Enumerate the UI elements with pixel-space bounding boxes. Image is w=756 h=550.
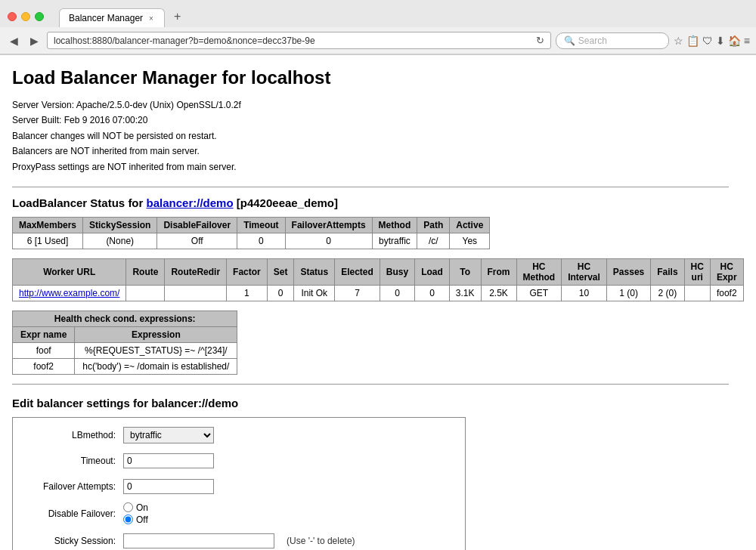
cell-maxmembers: 6 [1 Used] bbox=[13, 233, 83, 249]
failover-input[interactable] bbox=[123, 479, 214, 494]
col-disablefailover: DisableFailover bbox=[157, 217, 237, 233]
disable-failover-radio-group: On Off bbox=[123, 502, 148, 525]
hc-col-expr: Expression bbox=[75, 326, 237, 342]
failover-control bbox=[123, 479, 453, 494]
wd-to: 3.1K bbox=[449, 285, 481, 301]
form-row-disable-failover: Disable Failover: On Off bbox=[25, 502, 453, 525]
download-icon[interactable]: ⬇ bbox=[716, 35, 725, 47]
menu-icon[interactable]: ≡ bbox=[744, 35, 750, 47]
disable-failover-on-row: On bbox=[123, 502, 148, 513]
new-tab-button[interactable]: + bbox=[168, 6, 187, 27]
balancer-heading-prefix: LoadBalancer Status for bbox=[12, 196, 147, 209]
worker-row: http://www.example.com/ 1 0 Init Ok 7 0 … bbox=[13, 285, 744, 301]
edit-section-title: Edit balancer settings for balancer://de… bbox=[12, 397, 729, 409]
close-window-btn[interactable] bbox=[8, 12, 17, 21]
wh-route: Route bbox=[126, 258, 165, 285]
address-bar[interactable]: localhost:8880/balancer-manager?b=demo&n… bbox=[47, 32, 551, 49]
wd-routeredir bbox=[165, 285, 227, 301]
notice-inherit: Balancers are NOT inherited from main se… bbox=[12, 144, 729, 159]
form-row-failover: Failover Attempts: bbox=[25, 477, 453, 496]
back-button[interactable]: ◀ bbox=[6, 33, 22, 48]
nav-bar: ◀ ▶ localhost:8880/balancer-manager?b=de… bbox=[0, 27, 756, 54]
server-info: Server Version: Apache/2.5.0-dev (Unix) … bbox=[12, 97, 729, 175]
col-stickysession: StickySession bbox=[83, 217, 157, 233]
home-icon[interactable]: 🏠 bbox=[728, 35, 741, 47]
cell-timeout: 0 bbox=[237, 233, 285, 249]
hc-header-row: Expr name Expression bbox=[13, 326, 237, 342]
server-version: Server Version: Apache/2.5.0-dev (Unix) … bbox=[12, 97, 729, 113]
disable-failover-off-label: Off bbox=[136, 514, 148, 525]
wd-passes: 1 (0) bbox=[606, 285, 650, 301]
star-icon[interactable]: ☆ bbox=[674, 35, 683, 47]
wd-load: 0 bbox=[415, 285, 450, 301]
tab-close-icon[interactable]: × bbox=[149, 14, 153, 23]
balancer-link[interactable]: balancer://demo bbox=[147, 196, 234, 209]
balancer-status-table: MaxMembers StickySession DisableFailover… bbox=[12, 217, 490, 249]
col-timeout: Timeout bbox=[237, 217, 285, 233]
sticky-session-control: (Use '-' to delete) bbox=[123, 533, 453, 548]
lbmethod-select[interactable]: bytraffic byrequests bybusyness heartbea… bbox=[123, 427, 214, 443]
wd-url: http://www.example.com/ bbox=[13, 285, 126, 301]
balancer-status-heading: LoadBalancer Status for balancer://demo … bbox=[12, 196, 729, 209]
wd-hcinterval: 10 bbox=[562, 285, 607, 301]
window-controls bbox=[8, 12, 44, 21]
active-tab[interactable]: Balancer Manager × bbox=[59, 8, 165, 27]
notice-proxypass: ProxyPass settings are NOT inherited fro… bbox=[12, 159, 729, 175]
forward-button[interactable]: ▶ bbox=[26, 33, 42, 48]
wh-to: To bbox=[449, 258, 481, 285]
notice-persist: Balancer changes will NOT be persisted o… bbox=[12, 128, 729, 144]
wh-from: From bbox=[481, 258, 516, 285]
balancer-status-row: 6 [1 Used] (None) Off 0 0 bytraffic /c/ … bbox=[13, 233, 490, 249]
timeout-input[interactable] bbox=[123, 453, 214, 468]
wd-route bbox=[126, 285, 165, 301]
wd-hcexpr: foof2 bbox=[710, 285, 743, 301]
disable-failover-off-radio[interactable] bbox=[123, 514, 133, 524]
divider-1 bbox=[12, 187, 729, 187]
wh-load: Load bbox=[415, 258, 450, 285]
hc-col-name: Expr name bbox=[13, 326, 75, 342]
maximize-window-btn[interactable] bbox=[35, 12, 44, 21]
minimize-window-btn[interactable] bbox=[21, 12, 30, 21]
server-built: Server Built: Feb 9 2016 07:00:20 bbox=[12, 113, 729, 128]
wd-status: Init Ok bbox=[294, 285, 335, 301]
reading-list-icon[interactable]: 📋 bbox=[686, 35, 699, 47]
balancer-status-header-row: MaxMembers StickySession DisableFailover… bbox=[13, 217, 490, 233]
col-active: Active bbox=[450, 217, 490, 233]
form-row-lbmethod: LBmethod: bytraffic byrequests bybusynes… bbox=[25, 425, 453, 445]
col-path: Path bbox=[417, 217, 450, 233]
col-method: Method bbox=[372, 217, 417, 233]
cell-failoverattempts: 0 bbox=[285, 233, 372, 249]
wh-passes: Passes bbox=[606, 258, 650, 285]
shield-icon[interactable]: 🛡 bbox=[702, 35, 713, 47]
edit-form-box: LBmethod: bytraffic byrequests bybusynes… bbox=[12, 417, 466, 550]
wd-factor: 1 bbox=[227, 285, 268, 301]
wh-fails: Fails bbox=[651, 258, 684, 285]
wh-url: Worker URL bbox=[13, 258, 126, 285]
disable-failover-control: On Off bbox=[123, 502, 453, 525]
disable-failover-label: Disable Failover: bbox=[25, 508, 123, 519]
timeout-label: Timeout: bbox=[25, 456, 123, 466]
search-bar[interactable]: 🔍 Search bbox=[556, 32, 669, 49]
hc-name-0: foof bbox=[13, 342, 75, 358]
tab-title: Balancer Manager bbox=[69, 13, 143, 23]
hc-title-row: Health check cond. expressions: bbox=[13, 311, 237, 326]
wh-busy: Busy bbox=[380, 258, 414, 285]
address-text: localhost:8880/balancer-manager?b=demo&n… bbox=[54, 36, 531, 46]
refresh-icon[interactable]: ↻ bbox=[536, 35, 544, 46]
tab-bar: Balancer Manager × + bbox=[59, 6, 187, 27]
hc-expr-1: hc('body') =~ /domain is established/ bbox=[75, 358, 237, 374]
wh-status: Status bbox=[294, 258, 335, 285]
hc-title: Health check cond. expressions: bbox=[13, 311, 237, 326]
workers-header-row: Worker URL Route RouteRedir Factor Set S… bbox=[13, 258, 744, 285]
form-row-sticky-session: Sticky Session: (Use '-' to delete) bbox=[25, 531, 453, 550]
disable-failover-on-radio[interactable] bbox=[123, 502, 133, 512]
worker-url-link[interactable]: http://www.example.com/ bbox=[19, 288, 119, 298]
hc-row-0: foof %{REQUEST_STATUS} =~ /^[234]/ bbox=[13, 342, 237, 358]
wd-set: 0 bbox=[267, 285, 294, 301]
cell-method: bytraffic bbox=[372, 233, 417, 249]
page-title: Load Balancer Manager for localhost bbox=[12, 67, 729, 88]
wh-routeredir: RouteRedir bbox=[165, 258, 227, 285]
sticky-session-input[interactable] bbox=[123, 533, 274, 548]
edit-section: Edit balancer settings for balancer://de… bbox=[12, 397, 729, 550]
search-label: Search bbox=[578, 36, 607, 46]
